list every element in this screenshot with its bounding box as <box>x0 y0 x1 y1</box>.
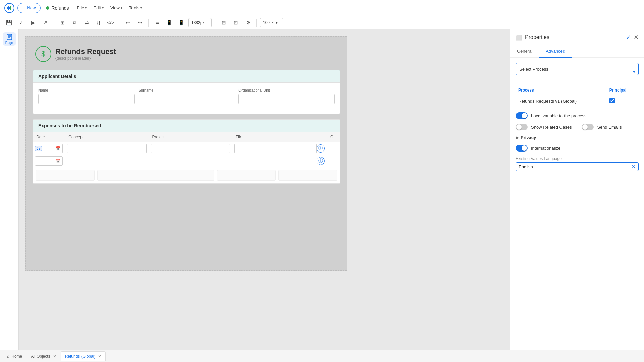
logo-icon <box>4 3 15 13</box>
file-input[interactable] <box>234 144 317 153</box>
tab-home[interactable]: ⌂ Home <box>3 351 26 361</box>
window-button[interactable]: ⊡ <box>231 18 241 28</box>
refunds-label: Refunds (Global) <box>65 354 96 359</box>
divider <box>256 19 257 27</box>
grid-button[interactable]: ⊞ <box>57 18 67 28</box>
tablet-button[interactable]: 📱 <box>164 18 174 28</box>
zoom-display: 100 % ▾ <box>260 18 283 27</box>
save-button[interactable]: 💾 <box>4 18 14 28</box>
empty-cell <box>97 170 214 181</box>
process-table: Process Principal Refunds Requests v1 (G… <box>516 86 639 107</box>
col-concept-header: Concept <box>65 132 149 142</box>
panel-confirm-button[interactable]: ✓ <box>626 34 631 41</box>
select-process[interactable]: Select Process <box>516 63 639 75</box>
form-row: Name Surname Organizational Unit <box>38 88 335 104</box>
view-menu[interactable]: View ▾ <box>108 4 125 12</box>
col-other-header: C <box>327 132 340 142</box>
tools-menu[interactable]: Tools ▾ <box>126 4 145 12</box>
privacy-label: Privacy <box>521 135 536 140</box>
date-input[interactable]: 📅 <box>45 144 63 153</box>
date-input2[interactable]: 📅 <box>35 156 63 166</box>
principal-cell <box>607 95 639 107</box>
refunds-close[interactable]: ✕ <box>98 354 101 359</box>
divider <box>119 19 119 27</box>
process-name-cell: Refunds Requests v1 (Global) <box>516 95 607 107</box>
redo-button[interactable]: ↪ <box>135 18 145 28</box>
principal-checkbox[interactable] <box>609 98 615 103</box>
toggle-thumb <box>522 145 527 151</box>
col-date-header: Date <box>33 132 65 142</box>
play-button[interactable]: ▶ <box>28 18 38 28</box>
concept-input[interactable] <box>67 144 146 153</box>
panel-actions: ✓ ✕ <box>626 34 639 41</box>
divider <box>215 19 215 27</box>
mobile-button[interactable]: 📱 <box>176 18 186 28</box>
export-button[interactable]: ↗ <box>40 18 50 28</box>
org-unit-field: Organizational Unit <box>238 88 335 104</box>
main-layout: Page $ Refunds Request {descriptionHeade… <box>0 29 644 350</box>
language-input[interactable] <box>519 164 632 169</box>
properties-panel: ⬜ Properties ✓ ✕ General Advanced Select… <box>510 29 644 350</box>
divider <box>148 19 149 27</box>
language-field-group: Existing Values Language ✕ <box>516 156 639 171</box>
panel-title: ⬜ Properties <box>516 34 549 41</box>
desktop-button[interactable]: 🖥 <box>152 18 162 28</box>
calendar-icon2[interactable]: 📅 <box>55 159 60 163</box>
panel-header: ⬜ Properties ✓ ✕ <box>510 29 644 45</box>
new-label: New <box>27 5 36 10</box>
surname-field: Surname <box>139 88 235 104</box>
calendar-icon[interactable]: 📅 <box>55 146 60 151</box>
org-unit-input[interactable] <box>238 94 335 104</box>
surname-input[interactable] <box>139 94 235 104</box>
privacy-section: ▶ Privacy <box>516 135 639 140</box>
send-emails-label: Send Emails <box>597 125 622 130</box>
adjust-button[interactable]: ⇄ <box>82 18 92 28</box>
layers-button[interactable]: ⧉ <box>69 18 79 28</box>
local-variable-toggle[interactable] <box>516 112 528 119</box>
sidebar-page-label: Page <box>5 41 13 45</box>
file-add-button2[interactable]: ⓘ <box>317 157 325 165</box>
tab-all-objects[interactable]: All Objects ✕ <box>26 351 60 361</box>
applicant-section-body: Name Surname Organizational Unit <box>33 83 340 114</box>
project-input[interactable] <box>151 144 230 153</box>
privacy-header[interactable]: ▶ Privacy <box>516 135 639 140</box>
panel-title-text: Properties <box>525 34 549 40</box>
tab-general[interactable]: General <box>510 45 539 58</box>
file-menu[interactable]: File ▾ <box>74 4 90 12</box>
settings-button[interactable]: ⚙ <box>243 18 253 28</box>
view2-button[interactable]: ⊟ <box>219 18 229 28</box>
form-title: Refunds Request <box>55 47 116 56</box>
internationalize-row: Internationalize <box>516 145 639 152</box>
internationalize-toggle[interactable] <box>516 145 528 152</box>
edit-menu[interactable]: Edit ▾ <box>91 4 106 12</box>
send-emails-toggle[interactable] <box>582 124 594 130</box>
check-button[interactable]: ✓ <box>16 18 26 28</box>
code-button[interactable]: {} <box>94 18 104 28</box>
section-header-expenses: Expenses to be Reimbursed <box>33 120 340 132</box>
svg-rect-1 <box>7 34 12 40</box>
table-row: 📅 ⓘ <box>33 155 340 167</box>
sidebar-item-page[interactable]: Page <box>3 32 16 46</box>
toggle-thumb <box>516 124 522 130</box>
clear-language-button[interactable]: ✕ <box>632 164 636 169</box>
undo-button[interactable]: ↩ <box>123 18 133 28</box>
toggle-thumb <box>522 113 527 118</box>
new-button[interactable]: + New <box>17 3 41 13</box>
process-table-header: Process Principal <box>516 86 639 95</box>
all-objects-close[interactable]: ✕ <box>53 354 56 359</box>
panel-body: Select Process ▾ Process Principal Refun… <box>510 58 644 350</box>
show-related-row: Show Related Cases Send Emails <box>516 124 639 130</box>
show-related-toggle[interactable] <box>516 124 528 130</box>
panel-tabs: General Advanced <box>510 45 644 58</box>
topbar: + New Refunds File ▾ Edit ▾ View ▾ Tools… <box>0 0 644 16</box>
table-row: Js 📅 <box>33 142 340 155</box>
html-button[interactable]: </> <box>106 18 116 28</box>
file-add-button[interactable]: ⓘ <box>317 144 325 153</box>
tab-advanced[interactable]: Advanced <box>539 45 572 58</box>
section-header-applicant: Applicant Details <box>33 70 340 83</box>
name-input[interactable] <box>38 94 135 104</box>
panel-close-button[interactable]: ✕ <box>634 34 639 41</box>
col-process-header: Process <box>516 86 607 95</box>
tab-refunds[interactable]: Refunds (Global) ✕ <box>61 351 106 361</box>
show-related-label: Show Related Cases <box>531 125 572 130</box>
